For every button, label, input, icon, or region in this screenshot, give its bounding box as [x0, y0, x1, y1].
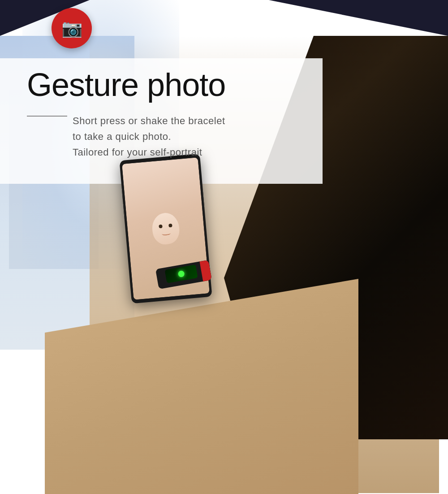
page-container: 📷 Gesture photo Short press or shake the…	[0, 0, 448, 494]
subtitle-line-3: Tailored for your self-portrait	[73, 147, 202, 158]
band-green-indicator	[178, 270, 185, 277]
top-right-decoration	[269, 0, 448, 36]
page-title: Gesture photo	[27, 66, 225, 103]
subtitle-line-2: to take a quick photo.	[73, 131, 171, 142]
camera-icon-circle: 📷	[52, 8, 92, 48]
band-screen	[165, 264, 198, 283]
camera-icon: 📷	[61, 18, 82, 38]
subtitle-text: Short press or shake the bracelet to tak…	[73, 113, 225, 160]
subtitle-line-decoration	[27, 116, 67, 117]
subtitle-line-1: Short press or shake the bracelet	[73, 115, 225, 126]
